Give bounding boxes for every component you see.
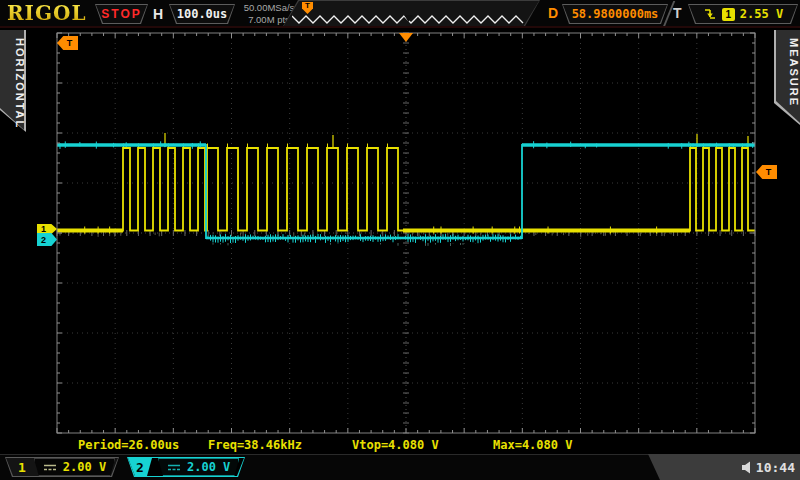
trigger-label: T xyxy=(673,5,682,21)
trigger-source-chip: 1 xyxy=(722,8,735,21)
tab-measure-menu[interactable]: MEASURE xyxy=(774,30,800,125)
bottom-status-bar: 1 2.00 V 2 2.00 V xyxy=(0,454,800,480)
measurement-period: Period=26.00us xyxy=(78,438,179,452)
tab-horizontal-menu[interactable]: HORIZONTAL xyxy=(0,30,26,132)
top-status-bar: RIGOL STOP H 100.0us 50.00MSa/s 7.00M pt… xyxy=(0,0,800,28)
horizontal-delay-badge[interactable]: 58.9800000ms xyxy=(562,4,668,24)
oscilloscope-screen: T T 1 2 RIGOL STOP H 100.0us 50.00MSa/s … xyxy=(0,0,800,480)
trigger-position-marker[interactable] xyxy=(399,33,413,42)
ch1-badge[interactable]: 1 2.00 V xyxy=(5,457,119,477)
sample-rate: 50.00MSa/s xyxy=(238,2,300,14)
run-state-label: STOP xyxy=(101,7,141,21)
ch1-number: 1 xyxy=(18,460,26,475)
waveform-overview-scrollbar[interactable] xyxy=(292,14,524,25)
falling-edge-icon xyxy=(703,7,717,21)
run-state-badge[interactable]: STOP xyxy=(95,4,148,24)
ch1-dc-coupling-icon xyxy=(43,463,57,472)
timebase-value: 100.0us xyxy=(177,7,228,21)
ch2-badge[interactable]: 2 2.00 V xyxy=(127,457,245,477)
tab-horizontal-label: HORIZONTAL xyxy=(0,38,26,129)
ch2-dc-coupling-icon xyxy=(167,463,181,472)
measurement-freq: Freq=38.46kHz xyxy=(208,438,302,452)
measurement-max: Max=4.080 V xyxy=(493,438,572,452)
beeper-icon xyxy=(741,461,753,474)
horizontal-label: H xyxy=(153,6,163,22)
timebase-badge[interactable]: 100.0us xyxy=(169,4,235,24)
tab-measure-label: MEASURE xyxy=(774,38,800,107)
rigol-logo: RIGOL xyxy=(7,1,87,25)
trigger-settings-badge[interactable]: 1 2.55 V xyxy=(688,4,798,24)
system-status-area: 10:44 xyxy=(648,454,800,480)
ch2-number: 2 xyxy=(128,458,152,476)
delay-value: 58.9800000ms xyxy=(572,7,659,21)
trigger-level-value: 2.55 V xyxy=(740,7,783,21)
ch2-scale: 2.00 V xyxy=(187,460,230,474)
delay-label: D xyxy=(548,5,558,21)
measurement-vtop: Vtop=4.080 V xyxy=(352,438,439,452)
waveform-display xyxy=(0,0,800,480)
clock: 10:44 xyxy=(756,460,795,475)
ch1-scale: 2.00 V xyxy=(63,460,106,474)
